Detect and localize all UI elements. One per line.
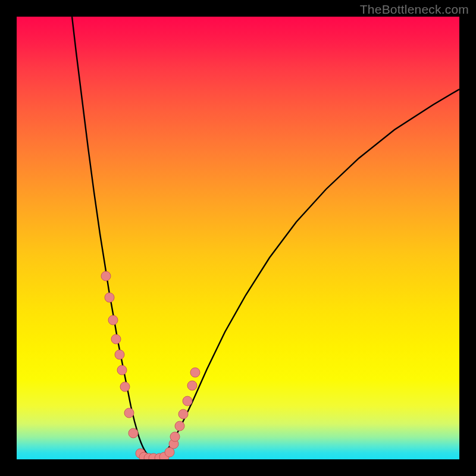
svg-point-1	[105, 293, 114, 302]
curve-layer	[17, 17, 459, 459]
right-branch-dots	[165, 368, 200, 457]
svg-point-5	[117, 365, 127, 375]
svg-point-8	[129, 428, 138, 438]
chart-frame: TheBottleneck.com	[0, 0, 476, 476]
svg-point-20	[183, 396, 192, 406]
svg-point-19	[178, 409, 188, 419]
svg-point-6	[120, 382, 130, 392]
svg-point-21	[187, 381, 197, 390]
svg-point-0	[101, 271, 111, 281]
svg-point-15	[165, 447, 174, 457]
watermark-text: TheBottleneck.com	[360, 2, 469, 17]
svg-point-2	[108, 315, 118, 325]
valley-dots	[139, 452, 169, 459]
svg-point-4	[115, 350, 124, 359]
svg-point-7	[124, 408, 134, 418]
bottleneck-curve	[72, 17, 459, 458]
svg-point-18	[175, 421, 184, 431]
plot-area	[17, 17, 459, 459]
svg-point-17	[170, 432, 180, 441]
svg-point-3	[111, 334, 121, 344]
svg-point-22	[190, 368, 200, 377]
